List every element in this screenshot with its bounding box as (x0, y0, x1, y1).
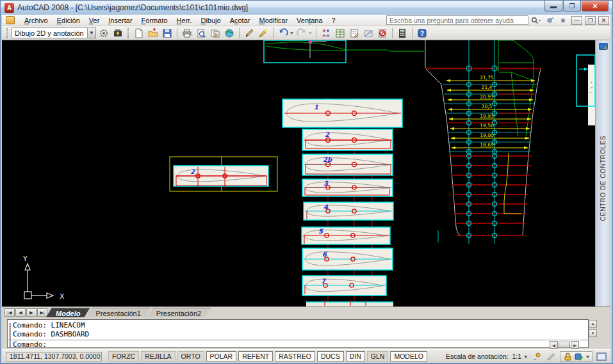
menu-archivo[interactable]: Archivo (20, 15, 53, 26)
aileron-outline (504, 153, 521, 214)
new-icon[interactable] (133, 28, 145, 39)
my-workspace-icon[interactable] (111, 28, 124, 39)
toggle-polar[interactable]: POLAR (206, 351, 237, 361)
toggle-rejilla[interactable]: REJILLA (141, 351, 175, 361)
undo-dropdown-icon[interactable]: ▼ (290, 31, 294, 35)
menu-ver[interactable]: Ver (85, 15, 104, 26)
toolbar-grip[interactable] (6, 28, 8, 38)
doc-close-button[interactable]: ✕ (598, 16, 609, 25)
first-tab-button[interactable]: |◀ (4, 308, 15, 317)
sheetset-icon[interactable] (320, 28, 332, 39)
toggle-modelo[interactable]: MODELO (390, 351, 427, 361)
chevron-down-icon[interactable]: ▼ (585, 354, 590, 359)
toggle-forzc[interactable]: FORZC (108, 351, 139, 361)
menu-dibujo[interactable]: Dibujo (196, 15, 225, 26)
redo-dropdown-icon[interactable]: ▼ (308, 31, 313, 35)
doc-minimize-button[interactable]: — (571, 16, 582, 25)
last-tab-button[interactable]: ▶| (37, 308, 47, 317)
minimize-button[interactable]: ▬ (544, 1, 562, 12)
menu-herr[interactable]: Herr. (172, 15, 197, 26)
dashboard-palette[interactable]: CENTRO DE CONTROLES (595, 40, 610, 306)
help-search-input[interactable] (386, 15, 528, 25)
plot-icon[interactable] (181, 28, 193, 39)
markup-icon[interactable] (362, 28, 375, 39)
left-airfoil-image[interactable]: 2 (170, 157, 277, 191)
annotation-visibility-icon[interactable] (532, 352, 542, 361)
toggle-refent[interactable]: REFENT (238, 351, 273, 361)
menu-edicion[interactable]: Edición (53, 15, 85, 26)
menu-modificar[interactable]: Modificar (254, 15, 292, 26)
menu-ventana[interactable]: Ventana (292, 15, 327, 26)
scroll-thumb[interactable] (559, 342, 570, 348)
annotation-scale-value[interactable]: 1:1▼ (512, 352, 528, 360)
airfoil-image-clipped[interactable] (306, 300, 393, 306)
autoscale-icon[interactable] (546, 352, 556, 361)
wing-dimension-labels: 21,75 21,4 20,93 20,5 19,93 19,50 19,00 … (480, 75, 494, 148)
airfoil-image-2[interactable]: 2 (302, 129, 393, 150)
toggle-gln[interactable]: GLN (367, 351, 389, 361)
command-text-area[interactable]: Comando: LINEACOM Comando: DASHBOARD Com… (7, 319, 589, 348)
tab-presentacion1[interactable]: Presentación1 (86, 308, 151, 317)
command-scroll-down[interactable]: ▼ (589, 329, 597, 337)
command-prompt[interactable]: Comando: (8, 340, 47, 349)
properties-icon[interactable] (348, 28, 361, 39)
dwf-icon[interactable] (223, 28, 236, 39)
scroll-right-button[interactable]: ▶ (571, 341, 579, 349)
airfoil-image-1[interactable]: 1 (282, 99, 402, 127)
scroll-left-button[interactable]: ◀ (550, 341, 558, 349)
dashboard-icon[interactable] (599, 43, 608, 50)
plot-preview-icon[interactable] (195, 28, 208, 39)
redo-icon[interactable] (295, 28, 308, 39)
menu-insertar[interactable]: Insertar (104, 15, 136, 26)
airfoil-image-7[interactable]: 7 (302, 276, 386, 296)
restore-button[interactable]: ❐ (563, 1, 581, 12)
toolpalettes-icon[interactable] (334, 28, 347, 39)
favorites-star-icon[interactable]: ★ (557, 15, 569, 25)
clean-screen-button[interactable] (596, 352, 607, 361)
menu-ayuda[interactable]: ? (327, 15, 340, 26)
document-icon[interactable] (6, 16, 15, 24)
wing-planform[interactable]: 21,75 21,4 20,93 20,5 19,93 19,50 19,00 … (425, 40, 541, 244)
help-icon[interactable]: ? (416, 28, 429, 39)
matchprop-icon[interactable] (257, 28, 270, 39)
tab-modelo[interactable]: Modelo (46, 308, 90, 317)
airfoil-image-2b[interactable]: 2b (302, 154, 393, 175)
quickcalc-icon[interactable] (396, 28, 409, 39)
coordinate-readout[interactable]: 1811.4711, 1307.7003, 0.0000 (6, 352, 102, 361)
toolbar-grip[interactable] (127, 28, 129, 38)
model-space-canvas[interactable]: 1 2 2b 3 (2, 40, 595, 306)
xref-icon[interactable] (376, 28, 389, 39)
toggle-din[interactable]: DIN (346, 351, 365, 361)
prev-tab-button[interactable]: ◀ (15, 308, 26, 317)
toggle-ducs[interactable]: DUCS (317, 351, 344, 361)
menu-acotar[interactable]: Acotar (225, 15, 255, 26)
lock-icon[interactable] (562, 352, 573, 361)
doc-restore-button[interactable]: ❐ (585, 16, 596, 25)
annotation-update-icon[interactable] (574, 352, 584, 361)
workspace-settings-icon[interactable] (97, 28, 110, 39)
next-tab-button[interactable]: ▶ (26, 308, 37, 317)
airfoil-image-4[interactable]: 4 (304, 202, 393, 220)
close-button[interactable]: ✕ (582, 1, 609, 12)
tab-presentacion2[interactable]: Presentación2 (147, 308, 211, 317)
save-icon[interactable] (161, 28, 174, 39)
open-icon[interactable] (147, 28, 159, 39)
workspace-dropdown[interactable]: Dibujo 2D y anotación ▼ (12, 28, 96, 38)
annotation-scale-label: Escala de anotación: (446, 352, 508, 360)
communication-center-icon[interactable] (544, 15, 555, 25)
command-hscrollbar[interactable]: ◀ ▶ (550, 342, 587, 348)
publish-icon[interactable] (209, 28, 222, 39)
command-scroll-up[interactable]: ▲ (589, 320, 597, 328)
airfoil-image-5[interactable]: 5 (302, 227, 390, 244)
toggle-orto[interactable]: ORTO (177, 351, 204, 361)
toggle-rastreo[interactable]: RASTREO (275, 351, 315, 361)
right-edge-image[interactable] (576, 55, 595, 125)
top-reference-image[interactable] (264, 40, 424, 63)
menu-formato[interactable]: Formato (137, 15, 172, 26)
search-icon[interactable] (530, 15, 542, 25)
pencil-icon[interactable] (243, 28, 256, 39)
chevron-down-icon[interactable]: ▼ (87, 28, 95, 38)
airfoil-image-6[interactable]: 6 (302, 248, 393, 270)
undo-icon[interactable] (277, 28, 290, 39)
airfoil-image-3[interactable]: 3 (302, 179, 393, 196)
